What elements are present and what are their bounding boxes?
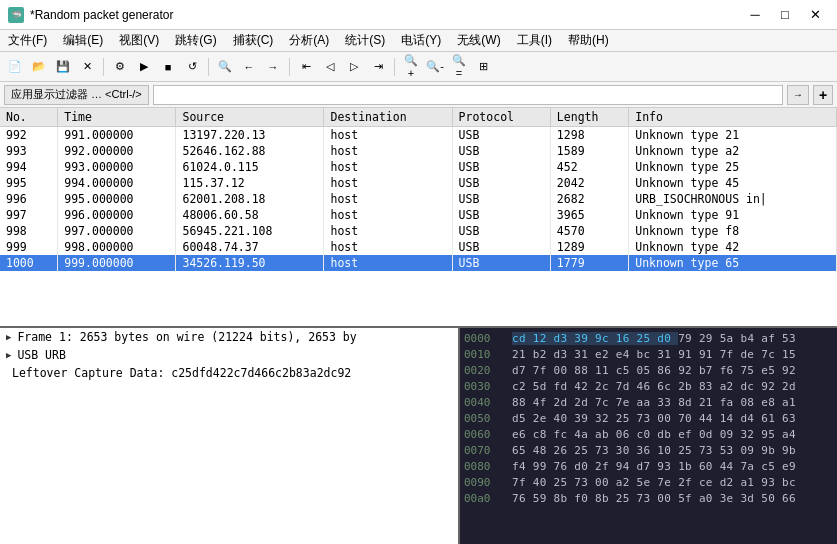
minimize-button[interactable]: ─ bbox=[741, 5, 769, 25]
hex-panel: 0000cd 12 d3 39 9c 16 25 d0 79 29 5a b4 … bbox=[460, 328, 837, 544]
save-button[interactable]: 💾 bbox=[52, 56, 74, 78]
menu-item-w[interactable]: 无线(W) bbox=[449, 30, 508, 51]
separator-1 bbox=[103, 58, 104, 76]
hex-offset: 0020 bbox=[460, 364, 506, 377]
col-destination: Destination bbox=[324, 108, 452, 127]
col-no: No. bbox=[0, 108, 58, 127]
detail-item[interactable]: ▶Frame 1: 2653 bytes on wire (21224 bits… bbox=[0, 328, 458, 346]
packet-list: No. Time Source Destination Protocol Len… bbox=[0, 108, 837, 328]
cell-no: 995 bbox=[0, 175, 58, 191]
cell-source: 115.37.12 bbox=[176, 175, 324, 191]
cell-length: 2682 bbox=[550, 191, 628, 207]
hex-bytes: 76 59 8b f0 8b 25 73 00 5f a0 3e 3d 50 6… bbox=[506, 492, 837, 505]
go-last-button[interactable]: ⇥ bbox=[367, 56, 389, 78]
filter-plus-button[interactable]: + bbox=[813, 85, 833, 105]
filter-input[interactable] bbox=[153, 85, 783, 105]
go-prev-button[interactable]: ◁ bbox=[319, 56, 341, 78]
menu-item-s[interactable]: 统计(S) bbox=[337, 30, 393, 51]
cell-no: 996 bbox=[0, 191, 58, 207]
table-row[interactable]: 997996.00000048006.60.58hostUSB3965Unkno… bbox=[0, 207, 837, 223]
cell-info: Unknown type 21 bbox=[629, 127, 837, 144]
menu-item-h[interactable]: 帮助(H) bbox=[560, 30, 617, 51]
resize-columns-button[interactable]: ⊞ bbox=[472, 56, 494, 78]
close-button[interactable]: ✕ bbox=[801, 5, 829, 25]
col-time: Time bbox=[58, 108, 176, 127]
cell-time: 999.000000 bbox=[58, 255, 176, 271]
col-protocol: Protocol bbox=[452, 108, 550, 127]
start-capture-button[interactable]: ▶ bbox=[133, 56, 155, 78]
table-row[interactable]: 994993.00000061024.0.115hostUSB452Unknow… bbox=[0, 159, 837, 175]
cell-info: Unknown type a2 bbox=[629, 143, 837, 159]
menu-item-a[interactable]: 分析(A) bbox=[281, 30, 337, 51]
menu-item-i[interactable]: 工具(I) bbox=[509, 30, 560, 51]
hex-offset: 0000 bbox=[460, 332, 506, 345]
cell-length: 1289 bbox=[550, 239, 628, 255]
menu-item-g[interactable]: 跳转(G) bbox=[167, 30, 224, 51]
hex-line: 007065 48 26 25 73 30 36 10 25 73 53 09 … bbox=[460, 442, 837, 458]
close-capture-button[interactable]: ✕ bbox=[76, 56, 98, 78]
capture-options-button[interactable]: ⚙ bbox=[109, 56, 131, 78]
cell-proto: USB bbox=[452, 223, 550, 239]
separator-4 bbox=[394, 58, 395, 76]
menu-item-v[interactable]: 视图(V) bbox=[111, 30, 167, 51]
find-button[interactable]: 🔍 bbox=[214, 56, 236, 78]
table-row[interactable]: 1000999.00000034526.119.50hostUSB1779Unk… bbox=[0, 255, 837, 271]
hex-line: 0060e6 c8 fc 4a ab 06 c0 db ef 0d 09 32 … bbox=[460, 426, 837, 442]
detail-panel: ▶Frame 1: 2653 bytes on wire (21224 bits… bbox=[0, 328, 460, 544]
cell-no: 1000 bbox=[0, 255, 58, 271]
window-title: *Random packet generator bbox=[30, 8, 173, 22]
hex-bytes: e6 c8 fc 4a ab 06 c0 db ef 0d 09 32 95 a… bbox=[506, 428, 837, 441]
hex-line: 0000cd 12 d3 39 9c 16 25 d0 79 29 5a b4 … bbox=[460, 330, 837, 346]
cell-time: 994.000000 bbox=[58, 175, 176, 191]
cell-proto: USB bbox=[452, 127, 550, 144]
hex-bytes: d7 7f 00 88 11 c5 05 86 92 b7 f6 75 e5 9… bbox=[506, 364, 837, 377]
cell-no: 999 bbox=[0, 239, 58, 255]
cell-dest: host bbox=[324, 143, 452, 159]
restart-capture-button[interactable]: ↺ bbox=[181, 56, 203, 78]
go-next-button[interactable]: ▷ bbox=[343, 56, 365, 78]
cell-time: 995.000000 bbox=[58, 191, 176, 207]
go-first-button[interactable]: ⇤ bbox=[295, 56, 317, 78]
cell-dest: host bbox=[324, 191, 452, 207]
hex-offset: 0030 bbox=[460, 380, 506, 393]
hex-offset: 0050 bbox=[460, 412, 506, 425]
maximize-button[interactable]: □ bbox=[771, 5, 799, 25]
cell-proto: USB bbox=[452, 159, 550, 175]
menu-item-e[interactable]: 编辑(E) bbox=[55, 30, 111, 51]
hex-line: 0020d7 7f 00 88 11 c5 05 86 92 b7 f6 75 … bbox=[460, 362, 837, 378]
table-row[interactable]: 992991.00000013197.220.13hostUSB1298Unkn… bbox=[0, 127, 837, 144]
cell-length: 452 bbox=[550, 159, 628, 175]
packet-table-body: 992991.00000013197.220.13hostUSB1298Unkn… bbox=[0, 127, 837, 272]
hex-bytes: 88 4f 2d 2d 7c 7e aa 33 8d 21 fa 08 e8 a… bbox=[506, 396, 837, 409]
cell-time: 997.000000 bbox=[58, 223, 176, 239]
detail-item[interactable]: Leftover Capture Data: c25dfd422c7d466c2… bbox=[0, 364, 458, 382]
zoom-out-button[interactable]: 🔍- bbox=[424, 56, 446, 78]
zoom-in-button[interactable]: 🔍+ bbox=[400, 56, 422, 78]
table-row[interactable]: 993992.00000052646.162.88hostUSB1589Unkn… bbox=[0, 143, 837, 159]
cell-source: 34526.119.50 bbox=[176, 255, 324, 271]
col-source: Source bbox=[176, 108, 324, 127]
prev-button[interactable]: ← bbox=[238, 56, 260, 78]
cell-no: 997 bbox=[0, 207, 58, 223]
zoom-reset-button[interactable]: 🔍= bbox=[448, 56, 470, 78]
hex-offset: 0040 bbox=[460, 396, 506, 409]
menu-item-y[interactable]: 电话(Y) bbox=[393, 30, 449, 51]
next-button[interactable]: → bbox=[262, 56, 284, 78]
menu-item-c[interactable]: 捕获(C) bbox=[225, 30, 282, 51]
menu-item-f[interactable]: 文件(F) bbox=[0, 30, 55, 51]
table-row[interactable]: 998997.00000056945.221.108hostUSB4570Unk… bbox=[0, 223, 837, 239]
hex-offset: 0090 bbox=[460, 476, 506, 489]
open-button[interactable]: 📂 bbox=[28, 56, 50, 78]
table-row[interactable]: 995994.000000115.37.12hostUSB2042Unknown… bbox=[0, 175, 837, 191]
cell-proto: USB bbox=[452, 255, 550, 271]
new-button[interactable]: 📄 bbox=[4, 56, 26, 78]
cell-info: Unknown type f8 bbox=[629, 223, 837, 239]
toolbar: 📄 📂 💾 ✕ ⚙ ▶ ■ ↺ 🔍 ← → ⇤ ◁ ▷ ⇥ 🔍+ 🔍- 🔍= ⊞ bbox=[0, 52, 837, 82]
hex-line: 0030c2 5d fd 42 2c 7d 46 6c 2b 83 a2 dc … bbox=[460, 378, 837, 394]
table-row[interactable]: 999998.00000060048.74.37hostUSB1289Unkno… bbox=[0, 239, 837, 255]
table-row[interactable]: 996995.00000062001.208.18hostUSB2682URB_… bbox=[0, 191, 837, 207]
cell-proto: USB bbox=[452, 239, 550, 255]
detail-item[interactable]: ▶USB URB bbox=[0, 346, 458, 364]
stop-capture-button[interactable]: ■ bbox=[157, 56, 179, 78]
filter-arrow-button[interactable]: → bbox=[787, 85, 809, 105]
